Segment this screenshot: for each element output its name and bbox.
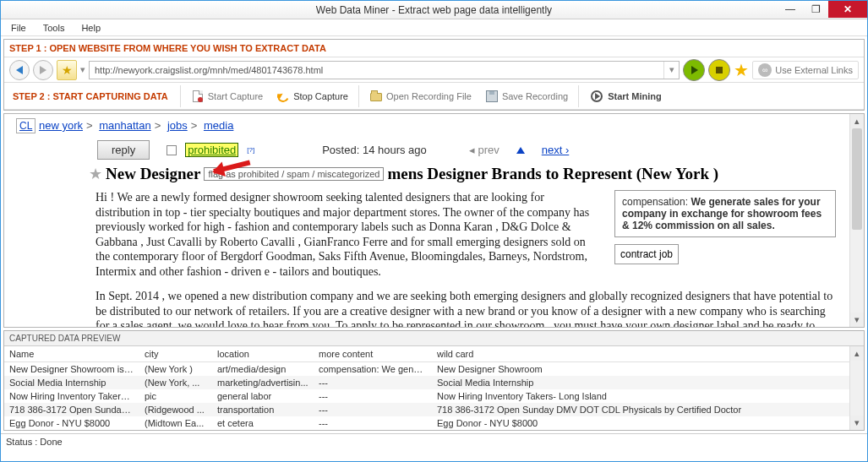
start-mining-label: Start Mining xyxy=(608,91,662,101)
maximize-button[interactable]: ❐ xyxy=(803,1,828,18)
url-dropdown[interactable]: ▾ xyxy=(663,62,679,79)
preview-scroll-down-icon[interactable]: ▾ xyxy=(850,416,864,430)
prohibited-link[interactable]: prohibited xyxy=(185,143,238,157)
up-icon[interactable] xyxy=(516,147,525,154)
undo-icon xyxy=(276,90,290,103)
help-icon[interactable]: [?] xyxy=(247,146,254,154)
cell: --- xyxy=(314,389,432,403)
window-title: Web Data Miner - Extract web page data i… xyxy=(1,4,867,16)
open-recording-button[interactable]: Open Recording File xyxy=(363,84,478,108)
cell: Now Hiring Inventory Takers- Long Island xyxy=(432,389,849,403)
cell: (Midtown Ea... xyxy=(139,416,212,430)
col-wildcard[interactable]: wild card xyxy=(432,346,849,362)
back-button[interactable] xyxy=(9,60,30,80)
start-capture-label: Start Capture xyxy=(208,91,263,101)
forward-button[interactable] xyxy=(33,60,53,80)
cell: Social Media Internship xyxy=(4,376,139,389)
prev-link[interactable]: ◂ prev xyxy=(469,144,500,156)
next-link[interactable]: next › xyxy=(542,144,570,156)
close-button[interactable]: ✕ xyxy=(828,1,867,18)
sidebar: compensation: We generate sales for your… xyxy=(614,190,836,264)
scroll-thumb[interactable] xyxy=(852,128,862,230)
breadcrumb-media[interactable]: media xyxy=(204,119,233,132)
cell: (New York ) xyxy=(139,362,212,377)
menu-help[interactable]: Help xyxy=(78,21,104,35)
cell: --- xyxy=(314,403,432,416)
stop-capture-button[interactable]: Stop Capture xyxy=(270,84,355,108)
menubar: File Tools Help xyxy=(1,19,867,36)
cell: New Designer Showroom is S... xyxy=(4,362,139,377)
favorites-button[interactable]: ★ xyxy=(57,60,77,80)
cell: general labor xyxy=(212,389,314,403)
play-icon xyxy=(691,66,698,74)
window-controls: — ❐ ✕ xyxy=(778,1,867,18)
col-city[interactable]: city xyxy=(139,346,212,362)
scroll-up-icon[interactable]: ▴ xyxy=(850,114,864,128)
col-name[interactable]: Name xyxy=(4,346,139,362)
grid-header-row: Name city location more content wild car… xyxy=(4,346,849,362)
table-row[interactable]: Social Media Internship(New York, ...mar… xyxy=(4,376,849,389)
start-mining-button[interactable]: Start Mining xyxy=(582,90,670,102)
breadcrumb-newyork[interactable]: new york xyxy=(39,119,83,132)
preview-panel: CAPTURED DATA PREVIEW Name city location… xyxy=(3,330,865,431)
menu-file[interactable]: File xyxy=(8,21,30,35)
table-row[interactable]: New Designer Showroom is S...(New York )… xyxy=(4,362,849,377)
step2-label: STEP 2 : START CAPTURING DATA xyxy=(4,91,177,101)
toolbar: STEP 2 : START CAPTURING DATA Start Capt… xyxy=(4,83,864,110)
reply-button[interactable]: reply xyxy=(97,140,150,160)
post-body: compensation: We generate sales for your… xyxy=(4,188,849,327)
post-title-part1: New Designer xyxy=(106,165,200,183)
browser-pane: CL new york> manhattan> jobs> media repl… xyxy=(3,113,865,328)
cell: pic xyxy=(139,389,212,403)
paragraph-2: In Sept. 2014 , we opened a new distribu… xyxy=(96,289,836,327)
cell: New Designer Showroom xyxy=(432,362,849,377)
stop-icon xyxy=(716,67,723,73)
paragraph-1: Hi ! We are a newly formed designer show… xyxy=(96,190,594,279)
table-row[interactable]: Egg Donor - NYU $8000(Midtown Ea...et ce… xyxy=(4,416,849,430)
cell: compensation: We gener... xyxy=(314,362,432,377)
stop-capture-label: Stop Capture xyxy=(293,91,348,101)
abort-button[interactable] xyxy=(708,59,730,81)
cell: Social Media Internship xyxy=(432,376,849,389)
cell: art/media/design xyxy=(212,362,314,377)
posted-row: Posted: 14 hours ago xyxy=(322,144,427,156)
table-row[interactable]: 718 386-3172 Open Sunday ...(Ridgewood .… xyxy=(4,403,849,416)
dropdown-icon[interactable]: ▾ xyxy=(80,64,85,75)
breadcrumb-manhattan[interactable]: manhattan xyxy=(99,119,150,132)
start-capture-button[interactable]: Start Capture xyxy=(184,84,270,108)
external-links-chip[interactable]: ∞ Use External Links xyxy=(752,61,859,79)
save-recording-button[interactable]: Save Recording xyxy=(478,84,575,108)
cell: Now Hiring Inventory Takers- ... xyxy=(4,389,139,403)
prohibited-checkbox[interactable] xyxy=(167,145,177,155)
cell: Egg Donor - NYU $8000 xyxy=(4,416,139,430)
link-icon: ∞ xyxy=(758,63,772,77)
compensation-label: compensation: xyxy=(622,196,688,208)
favorite-star-button[interactable]: ★ xyxy=(734,60,749,80)
col-more[interactable]: more content xyxy=(314,346,432,362)
posted-time: 14 hours ago xyxy=(363,144,427,156)
preview-scrollbar[interactable]: ▴ ▾ xyxy=(849,346,864,430)
url-box: ▾ xyxy=(89,61,680,79)
statusbar: Status : Done xyxy=(1,433,867,449)
breadcrumb-cl[interactable]: CL xyxy=(16,118,35,133)
save-recording-label: Save Recording xyxy=(502,91,568,101)
url-input[interactable] xyxy=(90,62,663,79)
cell: (Ridgewood ... xyxy=(139,403,212,416)
cell: marketing/advertisin... xyxy=(212,376,314,389)
play-circle-icon xyxy=(591,90,603,102)
contract-box: contract job xyxy=(614,244,679,264)
col-location[interactable]: location xyxy=(212,346,314,362)
favorite-icon[interactable]: ★ xyxy=(89,165,102,183)
breadcrumb-jobs[interactable]: jobs xyxy=(167,119,188,132)
preview-scroll-up-icon[interactable]: ▴ xyxy=(850,346,864,361)
open-recording-label: Open Recording File xyxy=(386,91,472,101)
minimize-button[interactable]: — xyxy=(778,1,803,18)
table-row[interactable]: Now Hiring Inventory Takers- ...picgener… xyxy=(4,389,849,403)
scroll-down-icon[interactable]: ▾ xyxy=(850,313,864,327)
go-button[interactable] xyxy=(683,59,705,81)
cell: 718 386-3172 Open Sunday ... xyxy=(4,403,139,416)
menu-tools[interactable]: Tools xyxy=(40,21,68,35)
content-scrollbar[interactable]: ▴ ▾ xyxy=(849,114,864,327)
arrow-left-icon xyxy=(16,66,23,74)
cell: et cetera xyxy=(212,416,314,430)
